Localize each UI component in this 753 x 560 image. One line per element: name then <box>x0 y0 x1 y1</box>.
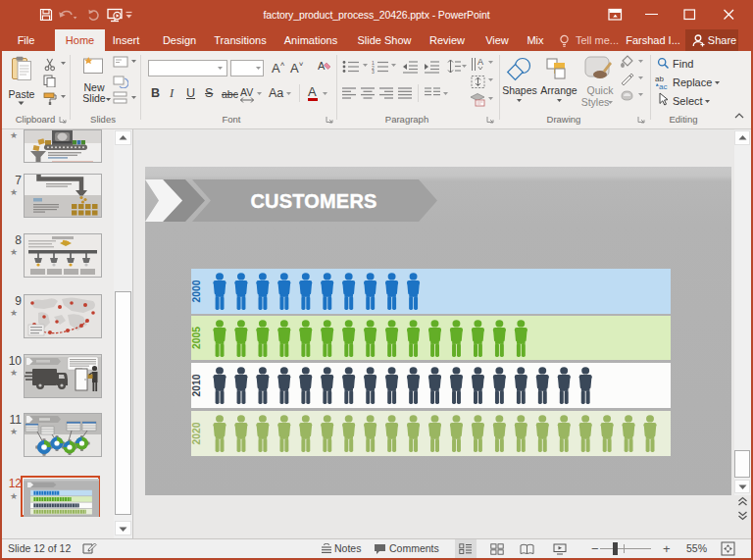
svg-text:2020: 2020 <box>191 422 202 444</box>
svg-text:2000: 2000 <box>191 280 202 302</box>
svg-text:ac: ac <box>659 82 667 90</box>
svg-text:2010: 2010 <box>191 374 202 396</box>
svg-text:A: A <box>477 57 483 67</box>
svg-text:2005: 2005 <box>191 327 202 349</box>
svg-text:CUSTOMERS: CUSTOMERS <box>250 190 376 212</box>
svg-text:3: 3 <box>372 69 375 74</box>
